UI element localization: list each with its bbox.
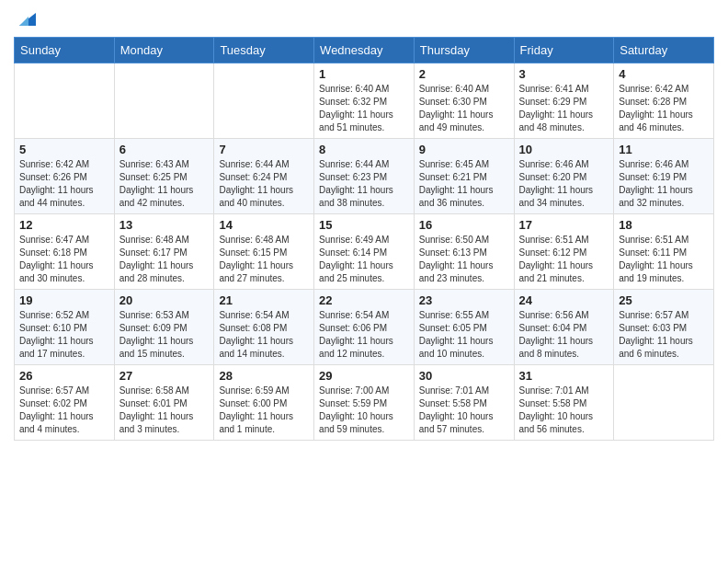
day-number: 21	[219, 293, 309, 307]
day-cell	[614, 365, 714, 441]
day-number: 15	[319, 218, 409, 232]
day-info: Sunrise: 6:54 AM Sunset: 6:06 PM Dayligh…	[319, 309, 409, 361]
day-info: Sunrise: 6:54 AM Sunset: 6:08 PM Dayligh…	[219, 309, 309, 361]
day-cell: 13Sunrise: 6:48 AM Sunset: 6:17 PM Dayli…	[114, 214, 214, 290]
day-info: Sunrise: 6:56 AM Sunset: 6:04 PM Dayligh…	[519, 309, 609, 361]
day-info: Sunrise: 6:44 AM Sunset: 6:23 PM Dayligh…	[319, 158, 409, 210]
day-number: 20	[119, 293, 210, 307]
day-number: 22	[319, 293, 409, 307]
day-info: Sunrise: 6:43 AM Sunset: 6:25 PM Dayligh…	[119, 158, 210, 210]
logo-icon	[16, 9, 36, 29]
day-info: Sunrise: 6:51 AM Sunset: 6:12 PM Dayligh…	[519, 234, 609, 285]
day-info: Sunrise: 6:52 AM Sunset: 6:10 PM Dayligh…	[19, 309, 109, 361]
day-cell	[214, 63, 314, 139]
weekday-header-tuesday: Tuesday	[214, 38, 314, 63]
day-info: Sunrise: 6:49 AM Sunset: 6:14 PM Dayligh…	[319, 234, 409, 285]
day-number: 18	[619, 218, 709, 232]
day-info: Sunrise: 6:59 AM Sunset: 6:00 PM Dayligh…	[219, 385, 309, 436]
day-number: 13	[119, 218, 210, 232]
day-info: Sunrise: 6:55 AM Sunset: 6:05 PM Dayligh…	[419, 309, 509, 361]
weekday-header-sunday: Sunday	[15, 38, 115, 63]
day-number: 8	[319, 143, 409, 156]
week-row-4: 19Sunrise: 6:52 AM Sunset: 6:10 PM Dayli…	[15, 290, 714, 365]
day-cell: 3Sunrise: 6:41 AM Sunset: 6:29 PM Daylig…	[514, 63, 614, 139]
day-info: Sunrise: 6:48 AM Sunset: 6:17 PM Dayligh…	[119, 234, 210, 285]
day-info: Sunrise: 6:40 AM Sunset: 6:30 PM Dayligh…	[419, 83, 509, 134]
day-number: 12	[19, 218, 109, 232]
day-cell: 30Sunrise: 7:01 AM Sunset: 5:58 PM Dayli…	[414, 365, 514, 441]
day-cell: 23Sunrise: 6:55 AM Sunset: 6:05 PM Dayli…	[414, 290, 514, 365]
day-cell: 8Sunrise: 6:44 AM Sunset: 6:23 PM Daylig…	[314, 139, 415, 214]
day-cell: 4Sunrise: 6:42 AM Sunset: 6:28 PM Daylig…	[614, 63, 714, 139]
day-number: 5	[19, 143, 109, 156]
day-number: 9	[419, 143, 509, 156]
week-row-2: 5Sunrise: 6:42 AM Sunset: 6:26 PM Daylig…	[15, 139, 714, 214]
day-cell	[114, 63, 214, 139]
day-number: 24	[519, 293, 609, 307]
day-cell: 12Sunrise: 6:47 AM Sunset: 6:18 PM Dayli…	[15, 214, 115, 290]
day-info: Sunrise: 6:53 AM Sunset: 6:09 PM Dayligh…	[119, 309, 210, 361]
day-info: Sunrise: 6:42 AM Sunset: 6:28 PM Dayligh…	[619, 83, 709, 134]
day-number: 17	[519, 218, 609, 232]
day-cell: 11Sunrise: 6:46 AM Sunset: 6:19 PM Dayli…	[614, 139, 714, 214]
day-number: 19	[19, 293, 109, 307]
day-cell: 16Sunrise: 6:50 AM Sunset: 6:13 PM Dayli…	[414, 214, 514, 290]
day-number: 10	[519, 143, 609, 156]
day-number: 4	[619, 67, 709, 81]
day-info: Sunrise: 6:46 AM Sunset: 6:20 PM Dayligh…	[519, 158, 609, 210]
day-cell: 5Sunrise: 6:42 AM Sunset: 6:26 PM Daylig…	[15, 139, 115, 214]
day-info: Sunrise: 6:48 AM Sunset: 6:15 PM Dayligh…	[219, 234, 309, 285]
day-cell: 6Sunrise: 6:43 AM Sunset: 6:25 PM Daylig…	[114, 139, 214, 214]
day-number: 23	[419, 293, 509, 307]
day-info: Sunrise: 6:47 AM Sunset: 6:18 PM Dayligh…	[19, 234, 109, 285]
day-info: Sunrise: 6:58 AM Sunset: 6:01 PM Dayligh…	[119, 385, 210, 436]
day-number: 3	[519, 67, 609, 81]
weekday-header-thursday: Thursday	[414, 38, 514, 63]
weekday-header-friday: Friday	[514, 38, 614, 63]
day-cell: 27Sunrise: 6:58 AM Sunset: 6:01 PM Dayli…	[114, 365, 214, 441]
day-info: Sunrise: 6:57 AM Sunset: 6:02 PM Dayligh…	[19, 385, 109, 436]
day-info: Sunrise: 6:45 AM Sunset: 6:21 PM Dayligh…	[419, 158, 509, 210]
day-cell: 25Sunrise: 6:57 AM Sunset: 6:03 PM Dayli…	[614, 290, 714, 365]
day-cell: 2Sunrise: 6:40 AM Sunset: 6:30 PM Daylig…	[414, 63, 514, 139]
day-number: 25	[619, 293, 709, 307]
header	[14, 9, 714, 29]
day-number: 16	[419, 218, 509, 232]
day-info: Sunrise: 7:00 AM Sunset: 5:59 PM Dayligh…	[319, 385, 409, 436]
calendar-table: SundayMondayTuesdayWednesdayThursdayFrid…	[14, 37, 714, 441]
day-info: Sunrise: 6:57 AM Sunset: 6:03 PM Dayligh…	[619, 309, 709, 361]
day-cell: 7Sunrise: 6:44 AM Sunset: 6:24 PM Daylig…	[214, 139, 314, 214]
day-info: Sunrise: 6:51 AM Sunset: 6:11 PM Dayligh…	[619, 234, 709, 285]
day-info: Sunrise: 6:44 AM Sunset: 6:24 PM Dayligh…	[219, 158, 309, 210]
day-number: 28	[219, 369, 309, 383]
day-cell: 24Sunrise: 6:56 AM Sunset: 6:04 PM Dayli…	[514, 290, 614, 365]
svg-marker-1	[19, 17, 28, 26]
day-number: 6	[119, 143, 210, 156]
day-info: Sunrise: 7:01 AM Sunset: 5:58 PM Dayligh…	[419, 385, 509, 436]
day-cell: 22Sunrise: 6:54 AM Sunset: 6:06 PM Dayli…	[314, 290, 415, 365]
day-cell: 9Sunrise: 6:45 AM Sunset: 6:21 PM Daylig…	[414, 139, 514, 214]
day-info: Sunrise: 6:41 AM Sunset: 6:29 PM Dayligh…	[519, 83, 609, 134]
day-cell: 20Sunrise: 6:53 AM Sunset: 6:09 PM Dayli…	[114, 290, 214, 365]
weekday-header-monday: Monday	[114, 38, 214, 63]
day-cell: 18Sunrise: 6:51 AM Sunset: 6:11 PM Dayli…	[614, 214, 714, 290]
day-cell: 14Sunrise: 6:48 AM Sunset: 6:15 PM Dayli…	[214, 214, 314, 290]
calendar-page: SundayMondayTuesdayWednesdayThursdayFrid…	[0, 0, 728, 563]
day-cell: 1Sunrise: 6:40 AM Sunset: 6:32 PM Daylig…	[314, 63, 415, 139]
day-info: Sunrise: 6:42 AM Sunset: 6:26 PM Dayligh…	[19, 158, 109, 210]
day-cell	[15, 63, 115, 139]
week-row-3: 12Sunrise: 6:47 AM Sunset: 6:18 PM Dayli…	[15, 214, 714, 290]
day-cell: 17Sunrise: 6:51 AM Sunset: 6:12 PM Dayli…	[514, 214, 614, 290]
day-cell: 10Sunrise: 6:46 AM Sunset: 6:20 PM Dayli…	[514, 139, 614, 214]
day-number: 29	[319, 369, 409, 383]
weekday-header-row: SundayMondayTuesdayWednesdayThursdayFrid…	[15, 38, 714, 63]
day-cell: 15Sunrise: 6:49 AM Sunset: 6:14 PM Dayli…	[314, 214, 415, 290]
week-row-1: 1Sunrise: 6:40 AM Sunset: 6:32 PM Daylig…	[15, 63, 714, 139]
day-cell: 26Sunrise: 6:57 AM Sunset: 6:02 PM Dayli…	[15, 365, 115, 441]
logo	[14, 9, 36, 29]
week-row-5: 26Sunrise: 6:57 AM Sunset: 6:02 PM Dayli…	[15, 365, 714, 441]
weekday-header-wednesday: Wednesday	[314, 38, 415, 63]
weekday-header-saturday: Saturday	[614, 38, 714, 63]
day-info: Sunrise: 6:50 AM Sunset: 6:13 PM Dayligh…	[419, 234, 509, 285]
day-info: Sunrise: 7:01 AM Sunset: 5:58 PM Dayligh…	[519, 385, 609, 436]
